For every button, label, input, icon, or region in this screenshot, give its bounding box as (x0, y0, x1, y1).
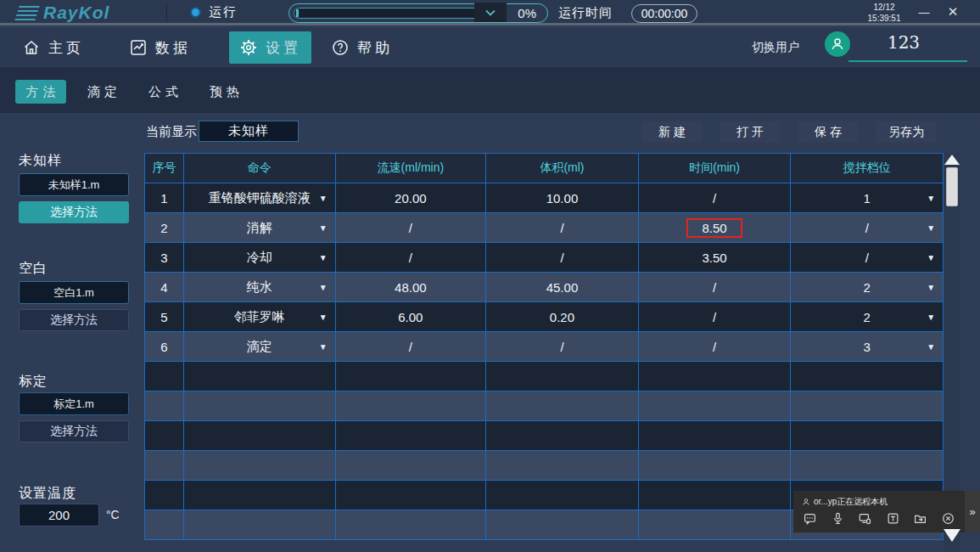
username[interactable]: 123 (865, 32, 942, 53)
tab-preheat[interactable]: 预热 (205, 80, 244, 104)
table-row: 6滴定▼///3▼ (145, 331, 943, 361)
cell-no[interactable]: 1 (145, 183, 184, 212)
chat-icon[interactable] (804, 512, 816, 525)
dropdown-arrow-icon[interactable]: ▼ (927, 223, 935, 233)
cell-command[interactable]: 消解▼ (184, 213, 336, 242)
dropdown-arrow-icon[interactable]: ▼ (319, 194, 328, 203)
dropdown-arrow-icon[interactable]: ▼ (319, 283, 328, 292)
cell-volume[interactable]: / (486, 332, 639, 361)
cell-stir[interactable]: /▼ (791, 243, 943, 272)
cell-flow (336, 510, 487, 539)
open-button[interactable]: 打开 (720, 121, 781, 143)
cell-stir[interactable]: /▼ (791, 213, 943, 242)
cell-command (184, 421, 336, 450)
cell-no[interactable]: 3 (145, 243, 184, 272)
cell-flow[interactable]: 48.00 (336, 273, 487, 301)
calibration-method-field[interactable]: 标定1.m (19, 392, 129, 415)
save-button[interactable]: 保存 (798, 121, 859, 143)
text-tool-icon[interactable] (887, 512, 899, 525)
scroll-down-icon[interactable] (944, 529, 960, 542)
cell-stir[interactable]: 2▼ (791, 273, 943, 301)
cell-volume[interactable]: 0.20 (486, 302, 639, 331)
blank-select-method-button[interactable]: 选择方法 (19, 309, 129, 331)
cell-command[interactable]: 邻菲罗啉▼ (184, 302, 336, 331)
mic-icon[interactable] (832, 512, 844, 525)
cell-time[interactable]: 8.50 (639, 213, 792, 242)
cell-stir[interactable]: 2▼ (791, 302, 943, 331)
cell-stir[interactable]: 1▼ (791, 183, 943, 212)
cell-time (639, 451, 792, 480)
cell-time[interactable]: 3.50 (639, 243, 792, 272)
settings-tabs: 方法 滴定 公式 预热 (0, 67, 980, 113)
dropdown-arrow-icon[interactable]: ▼ (927, 194, 935, 203)
cell-no[interactable]: 6 (145, 332, 184, 361)
tab-titration[interactable]: 滴定 (83, 80, 121, 104)
new-button[interactable]: 新建 (641, 121, 703, 143)
disconnect-icon[interactable] (942, 512, 955, 525)
cell-value: 纯水 (247, 279, 272, 296)
divider (166, 3, 167, 22)
file-transfer-icon[interactable] (914, 512, 927, 525)
cell-flow (336, 391, 487, 420)
nav-item-settings[interactable]: 设置 (229, 31, 311, 64)
remote-toolbar (802, 512, 956, 525)
blank-method-field[interactable]: 空白1.m (19, 281, 129, 304)
cell-value: 3 (864, 340, 871, 354)
cell-volume[interactable]: 10.00 (486, 183, 639, 212)
cell-flow[interactable]: / (336, 332, 487, 361)
nav-item-data[interactable]: 数据 (119, 31, 201, 64)
cell-command[interactable]: 纯水▼ (184, 273, 336, 301)
cell-no[interactable]: 2 (145, 213, 184, 242)
unknown-select-method-button[interactable]: 选择方法 (19, 201, 129, 223)
tab-formula[interactable]: 公式 (144, 80, 182, 104)
cell-no (145, 421, 184, 450)
cell-command (184, 510, 336, 539)
cell-no[interactable]: 4 (145, 273, 184, 301)
switch-user-label[interactable]: 切换用户 (752, 40, 799, 55)
dropdown-arrow-icon[interactable]: ▼ (927, 283, 935, 292)
cell-volume[interactable]: / (486, 243, 639, 272)
dropdown-arrow-icon[interactable]: ▼ (319, 253, 328, 262)
cell-time[interactable]: / (639, 273, 792, 301)
cell-volume[interactable]: 45.00 (486, 273, 639, 301)
scroll-up-icon[interactable] (944, 155, 960, 165)
cell-value: / (560, 221, 563, 235)
progress-dropdown-button[interactable] (474, 3, 507, 22)
dropdown-arrow-icon[interactable]: ▼ (319, 313, 328, 322)
tab-method[interactable]: 方法 (15, 80, 66, 104)
status-label: 运行 (209, 4, 238, 20)
cell-stir[interactable]: 3▼ (791, 332, 943, 361)
cell-flow[interactable]: / (336, 213, 487, 242)
current-display-value[interactable]: 未知样 (199, 121, 299, 142)
cell-volume[interactable]: / (486, 213, 639, 242)
table-row (145, 391, 943, 420)
calibration-select-method-button[interactable]: 选择方法 (19, 420, 129, 442)
close-button[interactable]: ✕ (942, 0, 964, 24)
dropdown-arrow-icon[interactable]: ▼ (927, 313, 935, 322)
dropdown-arrow-icon[interactable]: ▼ (319, 342, 328, 352)
dropdown-arrow-icon[interactable]: ▼ (927, 342, 935, 352)
cell-command[interactable]: 冷却▼ (184, 243, 336, 272)
cell-time[interactable]: / (639, 183, 792, 212)
cell-flow[interactable]: / (336, 243, 487, 272)
cell-no[interactable]: 5 (145, 302, 184, 331)
cell-command[interactable]: 重铬酸钾硫酸溶液▼ (184, 183, 336, 212)
scrollbar-thumb[interactable] (946, 167, 958, 206)
cell-flow[interactable]: 6.00 (336, 302, 487, 331)
cell-flow[interactable]: 20.00 (336, 183, 487, 212)
unknown-method-field[interactable]: 未知样1.m (19, 173, 129, 196)
temperature-field[interactable]: 200 (19, 504, 99, 527)
cell-time[interactable]: / (639, 302, 792, 331)
save-as-button[interactable]: 另存为 (876, 121, 937, 143)
dropdown-arrow-icon[interactable]: ▼ (927, 253, 935, 262)
nav-item-help[interactable]: 帮助 (321, 31, 403, 64)
remote-expand-button[interactable]: » (965, 491, 980, 532)
dropdown-arrow-icon[interactable]: ▼ (319, 223, 328, 233)
cell-command[interactable]: 滴定▼ (184, 332, 336, 361)
minimize-button[interactable]: — (913, 0, 935, 24)
user-avatar[interactable] (825, 31, 850, 57)
cell-value: 3 (160, 251, 167, 265)
cell-time[interactable]: / (639, 332, 792, 361)
screen-share-icon[interactable] (859, 512, 871, 525)
nav-item-home[interactable]: 主页 (12, 31, 94, 64)
